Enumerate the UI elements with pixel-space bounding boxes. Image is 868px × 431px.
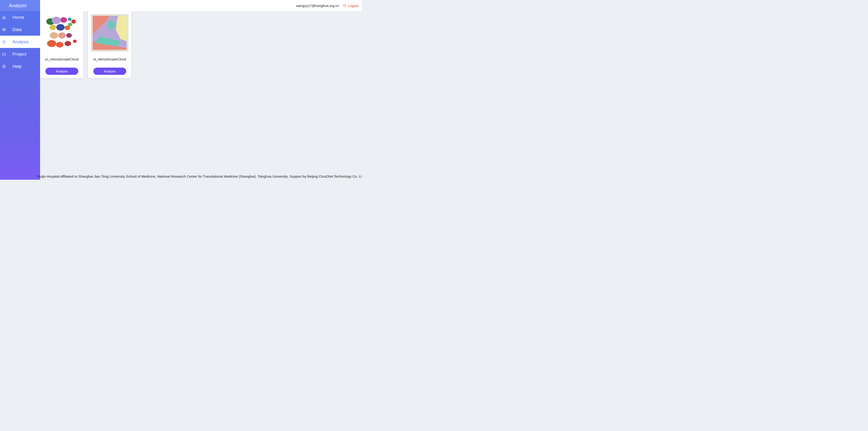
app-brand: Analyzer (0, 0, 40, 11)
svg-point-11 (56, 24, 65, 31)
chart-icon (2, 28, 6, 32)
sidebar-item-analysis[interactable]: Analysis (0, 36, 40, 48)
analysis-button[interactable]: Analysis (45, 68, 78, 75)
footer: Ruijin Hospital Affiliated to Shanghai J… (40, 173, 362, 180)
sidebar-nav: Home Data Analysis Project Help (0, 11, 40, 72)
sidebar-item-label: Project (12, 52, 26, 57)
svg-point-13 (50, 32, 58, 39)
folder-icon (2, 52, 6, 56)
question-icon (2, 64, 6, 68)
analysis-button[interactable]: Analysis (93, 68, 126, 75)
sidebar-item-data[interactable]: Data (0, 23, 40, 36)
topbar: wangzy17@tsinghua.org.cn Logout (40, 0, 362, 11)
card-thumbnail (90, 13, 129, 52)
svg-point-15 (66, 33, 72, 38)
card-title: sc_HemaScopeCloud (45, 57, 79, 61)
svg-point-8 (71, 20, 76, 24)
sidebar-item-label: Home (12, 15, 24, 20)
footer-text: Ruijin Hospital Affiliated to Shanghai J… (37, 175, 362, 178)
sidebar-item-label: Analysis (12, 39, 29, 44)
user-email: wangzy17@tsinghua.org.cn (296, 4, 339, 8)
main-content: sc_HemaScopeCloud Analysis st_HemaScopeC… (40, 11, 362, 180)
svg-point-17 (56, 42, 63, 48)
sidebar-item-project[interactable]: Project (0, 48, 40, 60)
sidebar-item-label: Data (12, 27, 22, 32)
logout-label: Logout (348, 4, 359, 8)
sidebar-item-help[interactable]: Help (0, 60, 40, 72)
svg-point-12 (65, 26, 70, 30)
svg-point-18 (65, 41, 71, 46)
svg-point-14 (58, 32, 66, 38)
sidebar-item-label: Help (12, 64, 22, 69)
svg-point-10 (50, 25, 56, 30)
card-thumbnail (42, 13, 81, 52)
sidebar: Analyzer Home Data Analysis Project (0, 0, 40, 180)
analysis-card-st: st_HemaScopeCloud Analysis (88, 11, 131, 78)
analysis-card-sc: sc_HemaScopeCloud Analysis (40, 11, 83, 78)
svg-point-22 (108, 20, 115, 30)
card-title: st_HemaScopeCloud (93, 57, 126, 61)
svg-point-19 (73, 40, 76, 43)
svg-point-6 (60, 17, 67, 23)
svg-point-1 (3, 40, 5, 43)
power-icon (343, 3, 346, 8)
svg-point-7 (68, 18, 71, 21)
sidebar-item-home[interactable]: Home (0, 11, 40, 23)
analysis-card-list: sc_HemaScopeCloud Analysis st_HemaScopeC… (40, 11, 362, 78)
svg-point-5 (52, 17, 61, 24)
target-icon (2, 40, 6, 44)
brand-label: Analyzer (9, 3, 27, 8)
svg-point-16 (47, 40, 56, 47)
home-icon (2, 15, 6, 20)
logout-button[interactable]: Logout (343, 3, 359, 8)
